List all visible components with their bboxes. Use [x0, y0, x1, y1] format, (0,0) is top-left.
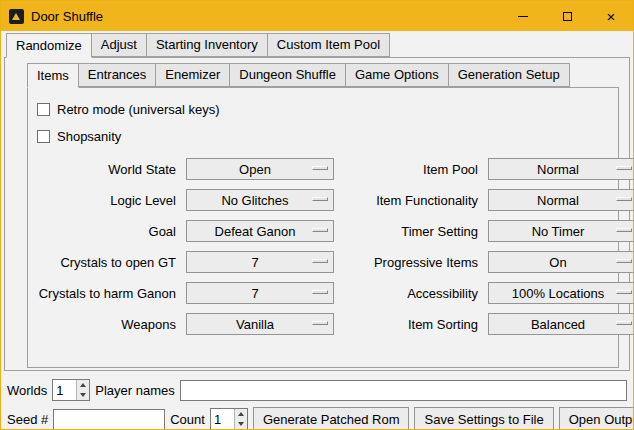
shopsanity-checkbox-row[interactable]: Shopsanity [28, 123, 121, 150]
seed-row: Seed # Count Generate Patched Rom Save S… [7, 407, 627, 430]
dropdown-indicator [312, 259, 328, 263]
item-functionality-label: Item Functionality [344, 193, 478, 208]
progressive-items-dropdown[interactable]: On [488, 251, 634, 273]
shopsanity-checkbox[interactable] [37, 130, 50, 143]
item-sorting-label: Item Sorting [344, 317, 478, 332]
tab-adjust[interactable]: Adjust [91, 33, 147, 57]
window: Door Shuffle × Randomize Adjust Starting… [0, 0, 634, 430]
item-sorting-value: Balanced [489, 317, 634, 332]
crystals-ganon-label: Crystals to harm Ganon [38, 286, 176, 301]
dropdown-indicator [312, 166, 328, 170]
tab-randomize[interactable]: Randomize [6, 33, 92, 58]
goal-label: Goal [38, 224, 176, 239]
retro-mode-checkbox[interactable] [37, 103, 50, 116]
accessibility-label: Accessibility [344, 286, 478, 301]
item-pool-value: Normal [489, 162, 634, 177]
worlds-label: Worlds [7, 383, 47, 398]
maximize-icon [563, 12, 572, 21]
dropdown-indicator [616, 197, 632, 201]
bottom-controls: Worlds Player names Seed # Count [1, 371, 633, 430]
goal-dropdown[interactable]: Defeat Ganon [186, 220, 334, 242]
logic-level-label: Logic Level [38, 193, 176, 208]
generate-patched-rom-button[interactable]: Generate Patched Rom [253, 407, 410, 430]
dropdown-indicator [616, 166, 632, 170]
close-button[interactable]: × [589, 1, 633, 31]
progressive-items-label: Progressive Items [344, 255, 478, 270]
close-icon: × [607, 9, 616, 24]
item-functionality-dropdown[interactable]: Normal [488, 189, 634, 211]
worlds-spinner[interactable] [52, 379, 90, 401]
weapons-label: Weapons [38, 317, 176, 332]
tab-items[interactable]: Items [27, 63, 79, 88]
progressive-items-value: On [489, 255, 634, 270]
tab-entrances[interactable]: Entrances [78, 63, 157, 87]
randomize-panel: Items Entrances Enemizer Dungeon Shuffle… [4, 57, 630, 371]
accessibility-dropdown[interactable]: 100% Locations [488, 282, 634, 304]
crystals-ganon-dropdown[interactable]: 7 [186, 282, 334, 304]
tab-custom-item-pool[interactable]: Custom Item Pool [267, 33, 390, 57]
dropdown-indicator [312, 321, 328, 325]
seed-input[interactable] [53, 409, 165, 430]
minimize-button[interactable] [501, 1, 545, 31]
spinner-down-arrow[interactable] [235, 419, 247, 429]
count-label: Count [170, 412, 205, 427]
timer-setting-dropdown[interactable]: No Timer [488, 220, 634, 242]
minimize-icon [518, 16, 528, 17]
timer-setting-label: Timer Setting [344, 224, 478, 239]
maximize-button[interactable] [545, 1, 589, 31]
dropdown-indicator [616, 321, 632, 325]
inner-tab-bar: Items Entrances Enemizer Dungeon Shuffle… [5, 58, 629, 87]
spinner-up-arrow[interactable] [235, 409, 247, 419]
item-sorting-dropdown[interactable]: Balanced [488, 313, 634, 335]
dropdown-indicator [616, 228, 632, 232]
items-panel: Retro mode (universal keys) Shopsanity W… [27, 87, 619, 368]
tab-game-options[interactable]: Game Options [345, 63, 449, 87]
shopsanity-label: Shopsanity [57, 129, 121, 144]
titlebar: Door Shuffle × [1, 1, 633, 31]
retro-mode-label: Retro mode (universal keys) [57, 102, 220, 117]
dropdown-indicator [312, 197, 328, 201]
crystals-gt-label: Crystals to open GT [38, 255, 176, 270]
player-names-label: Player names [95, 383, 174, 398]
count-spinner[interactable] [210, 408, 248, 430]
timer-setting-value: No Timer [489, 224, 634, 239]
dropdown-indicator [616, 259, 632, 263]
worlds-spinner-arrows [76, 380, 89, 400]
open-output-directory-button[interactable]: Open Output Directory [559, 407, 634, 430]
options-grid: World State Open Item Pool Normal Logic … [28, 158, 618, 335]
world-state-dropdown[interactable]: Open [186, 158, 334, 180]
item-functionality-value: Normal [489, 193, 634, 208]
tab-enemizer[interactable]: Enemizer [155, 63, 230, 87]
count-input[interactable] [211, 409, 234, 429]
worlds-row: Worlds Player names [7, 378, 627, 402]
player-names-input[interactable] [180, 380, 627, 401]
app-icon [9, 9, 24, 24]
worlds-input[interactable] [53, 380, 76, 400]
count-spinner-arrows [234, 409, 247, 429]
crystals-gt-dropdown[interactable]: 7 [186, 251, 334, 273]
outer-tab-bar: Randomize Adjust Starting Inventory Cust… [1, 31, 633, 57]
accessibility-value: 100% Locations [489, 286, 634, 301]
dropdown-indicator [312, 228, 328, 232]
weapons-dropdown[interactable]: Vanilla [186, 313, 334, 335]
tab-dungeon-shuffle[interactable]: Dungeon Shuffle [229, 63, 346, 87]
item-pool-label: Item Pool [344, 162, 478, 177]
spinner-down-arrow[interactable] [77, 390, 89, 400]
tab-starting-inventory[interactable]: Starting Inventory [146, 33, 268, 57]
window-title: Door Shuffle [31, 9, 103, 24]
window-controls: × [501, 1, 633, 31]
item-pool-dropdown[interactable]: Normal [488, 158, 634, 180]
dropdown-indicator [312, 290, 328, 294]
retro-mode-checkbox-row[interactable]: Retro mode (universal keys) [28, 96, 220, 123]
spinner-up-arrow[interactable] [77, 380, 89, 390]
logic-level-dropdown[interactable]: No Glitches [186, 189, 334, 211]
tab-generation-setup[interactable]: Generation Setup [448, 63, 570, 87]
save-settings-button[interactable]: Save Settings to File [414, 407, 553, 430]
world-state-label: World State [38, 162, 176, 177]
seed-label: Seed # [7, 412, 48, 427]
dropdown-indicator [616, 290, 632, 294]
